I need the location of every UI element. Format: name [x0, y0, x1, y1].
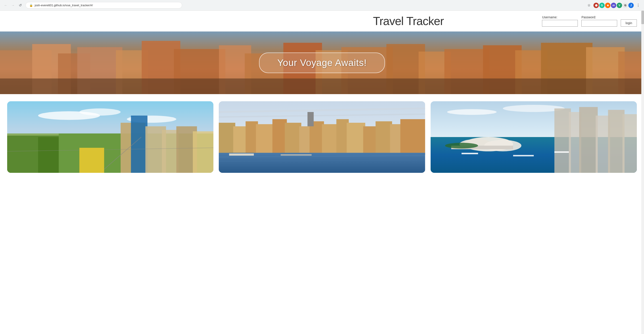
username-input[interactable]: [542, 20, 578, 26]
svg-rect-81: [513, 155, 534, 156]
address-bar[interactable]: 🔒: [26, 2, 182, 8]
svg-rect-46: [256, 124, 274, 155]
app-title: Travel Tracker: [275, 14, 542, 28]
ext-grammarly-icon[interactable]: G: [599, 3, 605, 8]
svg-point-24: [80, 108, 120, 116]
svg-rect-73: [608, 110, 624, 173]
svg-rect-57: [400, 119, 425, 155]
hero-tagline: Your Voyage Awaits!: [259, 52, 385, 73]
svg-point-66: [447, 109, 496, 115]
reload-button[interactable]: ↺: [17, 2, 23, 8]
photo-grid: [0, 94, 644, 173]
svg-rect-82: [554, 151, 569, 153]
forward-button[interactable]: →: [10, 2, 16, 8]
ext-puzzle-icon[interactable]: ⧉: [622, 3, 628, 8]
password-label: Password:: [581, 15, 617, 19]
svg-rect-69: [554, 108, 571, 173]
app-header: Travel Tracker Username: Password: login: [0, 11, 644, 31]
password-field-group: Password:: [581, 15, 617, 26]
svg-rect-72: [596, 116, 610, 173]
svg-rect-35: [193, 131, 214, 173]
svg-rect-63: [229, 154, 254, 156]
more-menu-icon[interactable]: ⋮: [635, 2, 641, 8]
username-field-group: Username:: [542, 15, 578, 26]
browser-nav-buttons: ← → ↺: [3, 2, 23, 8]
ext-avatar-icon[interactable]: J: [628, 3, 634, 8]
svg-rect-44: [233, 126, 248, 155]
svg-rect-58: [308, 112, 314, 126]
photo-card-2: [219, 101, 425, 173]
hero-banner: Your Voyage Awaits!: [0, 31, 644, 94]
svg-rect-47: [272, 119, 287, 155]
svg-rect-54: [363, 126, 378, 155]
browser-chrome: ← → ↺ 🔒 ☆ ⬤ G ◉ m V ⧉ J ⋮: [0, 0, 644, 11]
lock-icon: 🔒: [29, 3, 33, 7]
url-input[interactable]: [35, 3, 178, 7]
photo-card-1: [7, 101, 214, 173]
svg-rect-64: [281, 154, 312, 156]
svg-rect-21: [0, 78, 644, 94]
photo-card-3: [430, 101, 637, 173]
login-button[interactable]: login: [621, 19, 637, 26]
ext-feeder-icon[interactable]: ◉: [605, 3, 610, 8]
star-icon[interactable]: ☆: [586, 2, 592, 8]
svg-rect-80: [462, 153, 478, 154]
svg-rect-55: [376, 121, 392, 155]
browser-extensions: ⬤ G ◉ m V ⧉ J: [594, 3, 634, 8]
svg-rect-74: [622, 114, 637, 173]
svg-point-79: [445, 143, 478, 149]
svg-rect-48: [285, 123, 301, 155]
scrollbar-thumb[interactable]: [641, 11, 644, 24]
svg-rect-51: [322, 124, 338, 155]
ext-m-icon[interactable]: m: [611, 3, 616, 8]
svg-rect-43: [219, 123, 235, 155]
svg-rect-33: [162, 130, 178, 173]
username-label: Username:: [542, 15, 578, 19]
password-input[interactable]: [581, 20, 617, 26]
svg-rect-71: [579, 107, 598, 173]
svg-rect-38: [80, 148, 104, 173]
ext-lastpass-icon[interactable]: ⬤: [594, 3, 599, 8]
page-scrollbar[interactable]: [641, 11, 644, 173]
ext-v-icon[interactable]: V: [617, 3, 622, 8]
svg-rect-50: [310, 121, 324, 155]
svg-rect-53: [347, 123, 365, 155]
back-button[interactable]: ←: [3, 2, 9, 8]
browser-toolbar-right: ☆ ⬤ G ◉ m V ⧉ J ⋮: [586, 2, 641, 8]
auth-section: Username: Password: login: [542, 15, 637, 26]
